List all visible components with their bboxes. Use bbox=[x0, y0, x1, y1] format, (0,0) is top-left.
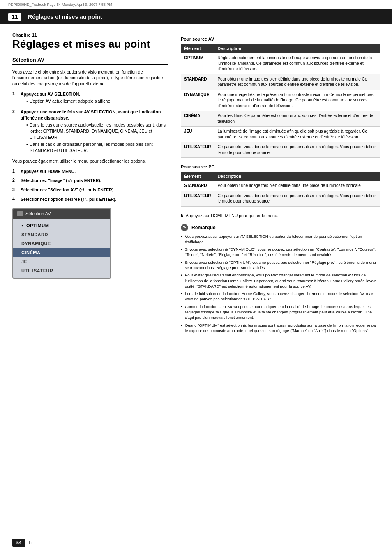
left-column: Chapitre 11 Réglages et mises au point S… bbox=[12, 32, 168, 335]
remarque-item: Si vous avez sélectionné "OPTIMUM", vous… bbox=[181, 260, 380, 271]
menu-step-4: 4 Sélectionnez l'option désirée (↑/↓ pui… bbox=[12, 196, 168, 203]
remarque-label: Remarque bbox=[191, 225, 216, 230]
top-bar: PDP5080HD_Fre.book Page 54 Monday, April… bbox=[0, 0, 392, 9]
description-cell: Pour les films. Ce paramètre est commun … bbox=[214, 111, 380, 127]
table-row: OPTIMUMRègle automatiquement la luminosi… bbox=[181, 53, 380, 74]
col-description-av: Description bbox=[214, 44, 380, 53]
av-menu-item-standard[interactable]: STANDARD bbox=[13, 230, 110, 239]
step-2-number: 2 bbox=[12, 109, 17, 155]
step-1-content: Appuyez sur AV SELECTION. L'option AV ac… bbox=[21, 91, 168, 106]
chapter-header-title: Réglages et mises au point bbox=[28, 14, 102, 20]
table-row: JEULa luminosité de l'image est diminuée… bbox=[181, 127, 380, 142]
menu-step-3-number: 3 bbox=[12, 187, 17, 193]
menu-step-1-number: 1 bbox=[12, 168, 17, 175]
table-row: STANDARDPour obtenir une image très bien… bbox=[181, 181, 380, 191]
step-1-text: Appuyez sur AV SELECTION. bbox=[21, 92, 80, 97]
pour-source-pc-heading: Pour source PC bbox=[181, 164, 380, 169]
menu-step-3-content: Sélectionnez "Sélection AV" (↑/↓ puis EN… bbox=[21, 187, 168, 193]
chapter-header: 11 Réglages et mises au point bbox=[0, 9, 392, 24]
av-menu-title-bar: Sélection AV bbox=[13, 209, 110, 219]
remarque-list: Vous pouvez aussi appuyer sur AV SELECTI… bbox=[181, 234, 380, 334]
av-menu-items: OPTIMUM STANDARD DYNAMIQUE CINÉMA JEU UT… bbox=[13, 219, 110, 278]
table-row: UTILISATEURCe paramètre vous donne le mo… bbox=[181, 142, 380, 158]
main-content: Chapitre 11 Réglages et mises au point S… bbox=[0, 24, 392, 343]
step-1-sub-1: L'option AV actuellement adoptée s'affic… bbox=[26, 98, 168, 104]
av-menu-item-jeu[interactable]: JEU bbox=[13, 257, 110, 266]
step-1-sub: L'option AV actuellement adoptée s'affic… bbox=[21, 98, 168, 104]
element-cell: CINÉMA bbox=[181, 111, 214, 127]
description-cell: Pour une image très nette présentant un … bbox=[214, 90, 380, 111]
step-2-sub: Dans le cas dune source audiovisuelle, l… bbox=[21, 122, 168, 153]
table-row: DYNAMIQUEPour une image très nette prése… bbox=[181, 90, 380, 111]
pour-source-av-table: Élément Description OPTIMUMRègle automat… bbox=[181, 44, 380, 158]
col-element-pc: Élément bbox=[181, 172, 214, 181]
remarque-item: Comme la fonction OPTIMUM optimise autom… bbox=[181, 304, 380, 320]
pour-source-av-heading: Pour source AV bbox=[181, 37, 380, 41]
col-description-pc: Description bbox=[214, 172, 380, 181]
description-cell: La luminosité de l'image est diminuée af… bbox=[214, 127, 380, 142]
element-cell: JEU bbox=[181, 127, 214, 142]
page-main-title: Réglages et mises au point bbox=[12, 38, 168, 50]
step-2: 2 Appuyez une nouvelle fois sur AV SELEC… bbox=[12, 109, 168, 155]
step-2-text: Appuyez une nouvelle fois sur AV SELECTI… bbox=[21, 109, 161, 120]
description-cell: Ce paramètre vous donne le moyen de pers… bbox=[214, 142, 380, 158]
footer-lang: Fr bbox=[29, 541, 32, 545]
menu-step-3: 3 Sélectionnez "Sélection AV" (↑/↓ puis … bbox=[12, 187, 168, 193]
av-menu-item-optimum[interactable]: OPTIMUM bbox=[13, 221, 110, 230]
description-cell: Ce paramètre vous donne le moyen de pers… bbox=[214, 191, 380, 206]
page-chapter-label: Chapitre 11 bbox=[12, 32, 168, 37]
step-5: 5 Appuyez sur HOME MENU pour quitter le … bbox=[181, 213, 380, 218]
table-row: STANDARDPour obtenir une image très bien… bbox=[181, 74, 380, 90]
element-cell: DYNAMIQUE bbox=[181, 90, 214, 111]
step-5-number: 5 bbox=[181, 213, 183, 218]
av-menu-box: Sélection AV OPTIMUM STANDARD DYNAMIQUE … bbox=[12, 208, 111, 279]
step-2-content: Appuyez une nouvelle fois sur AV SELECTI… bbox=[21, 109, 168, 155]
remarque-item: Si vous avez sélectionné "DYNAMIQUE", vo… bbox=[181, 246, 380, 258]
remarque-item: Pour éviter que l'écran soit endommagé, … bbox=[181, 272, 380, 289]
av-menu-item-cinema[interactable]: CINÉMA bbox=[13, 248, 110, 257]
chapter-number: 11 bbox=[8, 13, 21, 21]
remarque-item: Lors de lutilisation de la fonction Home… bbox=[181, 291, 380, 302]
step-1: 1 Appuyez sur AV SELECTION. L'option AV … bbox=[12, 91, 168, 106]
menu-step-2: 2 Sélectionnez "Image" (↑/↓ puis ENTER). bbox=[12, 177, 168, 184]
remarque-item: Quand "OPTIMUM" est sélectionné, les ima… bbox=[181, 322, 380, 334]
step-1-number: 1 bbox=[12, 91, 17, 106]
description-cell: Règle automatiquement la luminosité de l… bbox=[214, 53, 380, 74]
menu-step-4-number: 4 bbox=[12, 196, 17, 203]
element-cell: UTILISATEUR bbox=[181, 142, 214, 158]
footer: 54 Fr bbox=[0, 539, 392, 547]
element-cell: STANDARD bbox=[181, 74, 214, 90]
selection-av-heading: Sélection AV bbox=[12, 57, 168, 65]
remarque-icon: ✎ bbox=[181, 224, 188, 231]
also-text: Vous pouvez également utiliser le menu p… bbox=[12, 158, 168, 164]
menu-step-4-content: Sélectionnez l'option désirée (↑/↓ puis … bbox=[21, 196, 168, 203]
element-cell: UTILISATEUR bbox=[181, 191, 214, 206]
av-menu-item-dynamique[interactable]: DYNAMIQUE bbox=[13, 239, 110, 248]
menu-step-1-content: Appuyez sur HOME MENU. bbox=[21, 168, 168, 175]
remarque-section: ✎ Remarque Vous pouvez aussi appuyer sur… bbox=[181, 224, 380, 334]
footer-page-number: 54 bbox=[12, 539, 25, 547]
table-row: CINÉMAPour les films. Ce paramètre est c… bbox=[181, 111, 380, 127]
step-5-text: Appuyez sur HOME MENU pour quitter le me… bbox=[186, 213, 279, 218]
description-cell: Pour obtenir une image très bien définie… bbox=[214, 74, 380, 90]
step-2-sub-2: Dans le cas d'un ordinateur personnel, l… bbox=[26, 141, 168, 153]
selection-av-intro: Vous avez le choix entre six options de … bbox=[12, 69, 168, 87]
table-row: UTILISATEURCe paramètre vous donne le mo… bbox=[181, 191, 380, 206]
av-menu-title: Sélection AV bbox=[25, 211, 51, 216]
menu-step-2-number: 2 bbox=[12, 177, 17, 184]
top-bar-text: PDP5080HD_Fre.book Page 54 Monday, April… bbox=[8, 2, 112, 7]
av-menu-item-utilisateur[interactable]: UTILISATEUR bbox=[13, 266, 110, 275]
av-menu-icon bbox=[17, 211, 23, 216]
menu-step-1: 1 Appuyez sur HOME MENU. bbox=[12, 168, 168, 175]
step-2-sub-1: Dans le cas dune source audiovisuelle, l… bbox=[26, 122, 168, 140]
remarque-heading: ✎ Remarque bbox=[181, 224, 380, 231]
description-cell: Pour obtenir une image très bien définie… bbox=[214, 181, 380, 191]
element-cell: OPTIMUM bbox=[181, 53, 214, 74]
element-cell: STANDARD bbox=[181, 181, 214, 191]
col-element-av: Élément bbox=[181, 44, 214, 53]
right-column: Pour source AV Élément Description OPTIM… bbox=[181, 32, 380, 335]
remarque-item: Vous pouvez aussi appuyer sur AV SELECTI… bbox=[181, 234, 380, 245]
pour-source-pc-table: Élément Description STANDARDPour obtenir… bbox=[181, 172, 380, 207]
menu-step-2-content: Sélectionnez "Image" (↑/↓ puis ENTER). bbox=[21, 177, 168, 184]
